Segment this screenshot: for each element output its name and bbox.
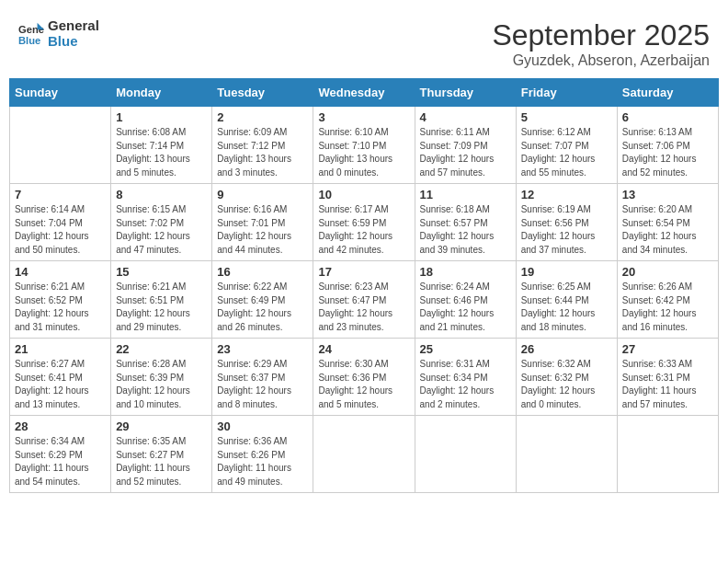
day-cell: 17Sunrise: 6:23 AMSunset: 6:47 PMDayligh… — [313, 261, 415, 339]
header-sunday: Sunday — [10, 79, 111, 107]
day-info: Sunrise: 6:16 AMSunset: 7:01 PMDaylight:… — [217, 203, 308, 257]
day-number: 22 — [116, 342, 207, 356]
day-cell: 19Sunrise: 6:25 AMSunset: 6:44 PMDayligh… — [516, 261, 617, 339]
day-number: 30 — [217, 419, 308, 433]
day-cell: 2Sunrise: 6:09 AMSunset: 7:12 PMDaylight… — [212, 107, 313, 184]
header-monday: Monday — [111, 79, 212, 107]
day-info: Sunrise: 6:19 AMSunset: 6:56 PMDaylight:… — [521, 203, 612, 257]
day-number: 3 — [318, 110, 409, 124]
day-cell: 7Sunrise: 6:14 AMSunset: 7:04 PMDaylight… — [10, 184, 111, 261]
day-number: 4 — [420, 110, 511, 124]
day-cell: 22Sunrise: 6:28 AMSunset: 6:39 PMDayligh… — [111, 339, 212, 416]
title-block: September 2025 Gyuzdek, Abseron, Azerbai… — [492, 18, 710, 69]
day-info: Sunrise: 6:30 AMSunset: 6:36 PMDaylight:… — [318, 358, 409, 411]
day-number: 19 — [521, 265, 612, 279]
day-number: 25 — [420, 342, 511, 356]
header-thursday: Thursday — [415, 79, 516, 107]
header-saturday: Saturday — [617, 79, 718, 107]
day-cell: 3Sunrise: 6:10 AMSunset: 7:10 PMDaylight… — [313, 107, 415, 184]
day-info: Sunrise: 6:36 AMSunset: 6:26 PMDaylight:… — [217, 435, 308, 488]
day-info: Sunrise: 6:23 AMSunset: 6:47 PMDaylight:… — [318, 281, 409, 334]
week-row-3: 14Sunrise: 6:21 AMSunset: 6:52 PMDayligh… — [10, 261, 719, 339]
svg-text:Blue: Blue — [18, 35, 40, 46]
day-number: 18 — [420, 265, 511, 279]
day-cell: 27Sunrise: 6:33 AMSunset: 6:31 PMDayligh… — [617, 339, 718, 416]
day-cell: 10Sunrise: 6:17 AMSunset: 6:59 PMDayligh… — [313, 184, 415, 261]
day-info: Sunrise: 6:10 AMSunset: 7:10 PMDaylight:… — [318, 126, 409, 179]
day-number: 8 — [116, 188, 207, 201]
day-number: 17 — [318, 265, 409, 279]
day-number: 12 — [521, 188, 612, 201]
day-info: Sunrise: 6:33 AMSunset: 6:31 PMDaylight:… — [622, 358, 713, 411]
day-number: 5 — [521, 110, 612, 124]
day-info: Sunrise: 6:28 AMSunset: 6:39 PMDaylight:… — [116, 358, 207, 411]
day-info: Sunrise: 6:09 AMSunset: 7:12 PMDaylight:… — [217, 126, 308, 179]
day-info: Sunrise: 6:31 AMSunset: 6:34 PMDaylight:… — [420, 358, 511, 411]
day-cell: 5Sunrise: 6:12 AMSunset: 7:07 PMDaylight… — [516, 107, 617, 184]
day-cell: 30Sunrise: 6:36 AMSunset: 6:26 PMDayligh… — [212, 416, 313, 493]
day-info: Sunrise: 6:32 AMSunset: 6:32 PMDaylight:… — [521, 358, 612, 411]
day-cell: 20Sunrise: 6:26 AMSunset: 6:42 PMDayligh… — [617, 261, 718, 339]
week-row-4: 21Sunrise: 6:27 AMSunset: 6:41 PMDayligh… — [10, 339, 719, 416]
day-info: Sunrise: 6:21 AMSunset: 6:51 PMDaylight:… — [116, 281, 207, 334]
day-number: 7 — [15, 188, 106, 201]
calendar-subtitle: Gyuzdek, Abseron, Azerbaijan — [492, 52, 710, 69]
day-cell: 24Sunrise: 6:30 AMSunset: 6:36 PMDayligh… — [313, 339, 415, 416]
day-cell: 23Sunrise: 6:29 AMSunset: 6:37 PMDayligh… — [212, 339, 313, 416]
day-cell: 28Sunrise: 6:34 AMSunset: 6:29 PMDayligh… — [10, 416, 111, 493]
day-cell: 26Sunrise: 6:32 AMSunset: 6:32 PMDayligh… — [516, 339, 617, 416]
day-info: Sunrise: 6:08 AMSunset: 7:14 PMDaylight:… — [116, 126, 207, 179]
day-number: 21 — [15, 342, 106, 356]
day-cell: 4Sunrise: 6:11 AMSunset: 7:09 PMDaylight… — [415, 107, 516, 184]
logo: General Blue General Blue — [18, 18, 99, 49]
calendar-title: September 2025 — [492, 18, 710, 52]
day-info: Sunrise: 6:24 AMSunset: 6:46 PMDaylight:… — [420, 281, 511, 334]
day-number: 29 — [116, 419, 207, 433]
calendar-header-row: SundayMondayTuesdayWednesdayThursdayFrid… — [10, 79, 719, 107]
logo-text-general: General — [48, 18, 99, 34]
header-tuesday: Tuesday — [212, 79, 313, 107]
day-cell — [415, 416, 516, 493]
day-info: Sunrise: 6:35 AMSunset: 6:27 PMDaylight:… — [116, 435, 207, 488]
day-cell: 8Sunrise: 6:15 AMSunset: 7:02 PMDaylight… — [111, 184, 212, 261]
day-number: 10 — [318, 188, 409, 201]
day-cell: 16Sunrise: 6:22 AMSunset: 6:49 PMDayligh… — [212, 261, 313, 339]
day-info: Sunrise: 6:20 AMSunset: 6:54 PMDaylight:… — [622, 203, 713, 257]
day-number: 13 — [622, 188, 713, 201]
day-info: Sunrise: 6:22 AMSunset: 6:49 PMDaylight:… — [217, 281, 308, 334]
day-cell — [516, 416, 617, 493]
day-info: Sunrise: 6:21 AMSunset: 6:52 PMDaylight:… — [15, 281, 106, 334]
logo-icon: General Blue — [18, 21, 44, 47]
week-row-1: 1Sunrise: 6:08 AMSunset: 7:14 PMDaylight… — [10, 107, 719, 184]
day-cell: 25Sunrise: 6:31 AMSunset: 6:34 PMDayligh… — [415, 339, 516, 416]
page-header: General Blue General Blue September 2025… — [9, 9, 719, 74]
day-cell: 9Sunrise: 6:16 AMSunset: 7:01 PMDaylight… — [212, 184, 313, 261]
day-number: 16 — [217, 265, 308, 279]
day-cell: 29Sunrise: 6:35 AMSunset: 6:27 PMDayligh… — [111, 416, 212, 493]
day-cell: 21Sunrise: 6:27 AMSunset: 6:41 PMDayligh… — [10, 339, 111, 416]
day-number: 20 — [622, 265, 713, 279]
day-number: 14 — [15, 265, 106, 279]
day-number: 6 — [622, 110, 713, 124]
day-cell — [617, 416, 718, 493]
day-info: Sunrise: 6:12 AMSunset: 7:07 PMDaylight:… — [521, 126, 612, 179]
day-info: Sunrise: 6:15 AMSunset: 7:02 PMDaylight:… — [116, 203, 207, 257]
day-info: Sunrise: 6:17 AMSunset: 6:59 PMDaylight:… — [318, 203, 409, 257]
day-cell: 14Sunrise: 6:21 AMSunset: 6:52 PMDayligh… — [10, 261, 111, 339]
day-cell: 11Sunrise: 6:18 AMSunset: 6:57 PMDayligh… — [415, 184, 516, 261]
day-cell: 13Sunrise: 6:20 AMSunset: 6:54 PMDayligh… — [617, 184, 718, 261]
day-number: 11 — [420, 188, 511, 201]
day-info: Sunrise: 6:29 AMSunset: 6:37 PMDaylight:… — [217, 358, 308, 411]
day-info: Sunrise: 6:18 AMSunset: 6:57 PMDaylight:… — [420, 203, 511, 257]
week-row-2: 7Sunrise: 6:14 AMSunset: 7:04 PMDaylight… — [10, 184, 719, 261]
calendar-table: SundayMondayTuesdayWednesdayThursdayFrid… — [9, 78, 719, 493]
day-info: Sunrise: 6:27 AMSunset: 6:41 PMDaylight:… — [15, 358, 106, 411]
day-number: 24 — [318, 342, 409, 356]
header-wednesday: Wednesday — [313, 79, 415, 107]
day-info: Sunrise: 6:11 AMSunset: 7:09 PMDaylight:… — [420, 126, 511, 179]
header-friday: Friday — [516, 79, 617, 107]
logo-text-blue: Blue — [48, 34, 99, 50]
day-number: 27 — [622, 342, 713, 356]
day-info: Sunrise: 6:25 AMSunset: 6:44 PMDaylight:… — [521, 281, 612, 334]
day-number: 15 — [116, 265, 207, 279]
